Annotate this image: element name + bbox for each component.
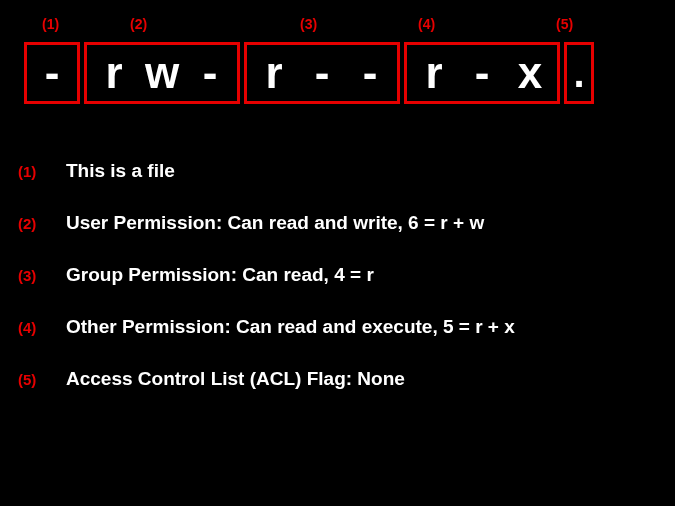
explanation-5: (5) Access Control List (ACL) Flag: None <box>18 368 515 390</box>
other-permission-box: r - x <box>404 42 560 104</box>
group-read-char: r <box>250 51 298 95</box>
explanation-1-num: (1) <box>18 163 66 180</box>
label-2: (2) <box>130 16 147 32</box>
label-1: (1) <box>42 16 59 32</box>
user-write-char: w <box>138 51 186 95</box>
group-exec-char: - <box>346 51 394 95</box>
explanation-3-num: (3) <box>18 267 66 284</box>
explanation-1: (1) This is a file <box>18 160 515 182</box>
permission-string-row: - r w - r - - r - x . <box>24 42 594 104</box>
other-write-char: - <box>458 51 506 95</box>
explanation-2-text: User Permission: Can read and write, 6 =… <box>66 212 484 234</box>
group-write-char: - <box>298 51 346 95</box>
group-labels-row: (1) (2) (3) (4) (5) <box>0 16 675 40</box>
acl-flag-box: . <box>564 42 594 104</box>
user-permission-box: r w - <box>84 42 240 104</box>
file-type-box: - <box>24 42 80 104</box>
explanation-2: (2) User Permission: Can read and write,… <box>18 212 515 234</box>
label-3: (3) <box>300 16 317 32</box>
explanation-3: (3) Group Permission: Can read, 4 = r <box>18 264 515 286</box>
file-type-char: - <box>28 51 76 95</box>
acl-flag-char: . <box>568 53 590 93</box>
label-5: (5) <box>556 16 573 32</box>
explanation-5-text: Access Control List (ACL) Flag: None <box>66 368 405 390</box>
explanation-4-text: Other Permission: Can read and execute, … <box>66 316 515 338</box>
user-exec-char: - <box>186 51 234 95</box>
group-permission-box: r - - <box>244 42 400 104</box>
explanation-4-num: (4) <box>18 319 66 336</box>
label-4: (4) <box>418 16 435 32</box>
explanation-3-text: Group Permission: Can read, 4 = r <box>66 264 374 286</box>
other-exec-char: x <box>506 51 554 95</box>
explanation-2-num: (2) <box>18 215 66 232</box>
other-read-char: r <box>410 51 458 95</box>
user-read-char: r <box>90 51 138 95</box>
explanation-4: (4) Other Permission: Can read and execu… <box>18 316 515 338</box>
explanations-list: (1) This is a file (2) User Permission: … <box>18 160 515 420</box>
explanation-1-text: This is a file <box>66 160 175 182</box>
explanation-5-num: (5) <box>18 371 66 388</box>
